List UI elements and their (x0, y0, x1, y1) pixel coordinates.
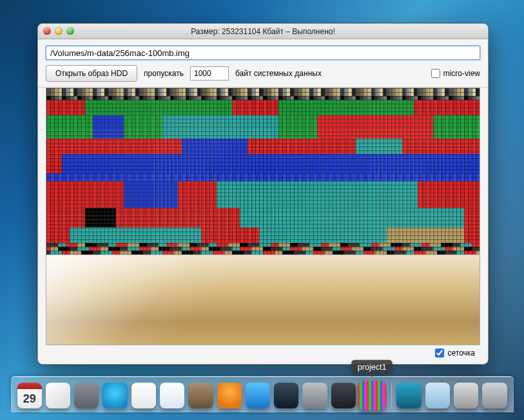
dock-item-trash[interactable] (482, 383, 507, 408)
dock-item-pictures-stack[interactable] (396, 383, 421, 408)
open-image-button[interactable]: Открыть образ HDD (46, 65, 137, 82)
traffic-lights (43, 27, 74, 35)
zoom-icon[interactable] (66, 27, 74, 35)
skip-bytes-input[interactable] (190, 66, 229, 81)
dock-item-utility[interactable] (274, 383, 298, 408)
app-window: Размер: 253231104 Кбайт – Выполнено! Отк… (37, 23, 489, 365)
dock[interactable]: 29project1 (11, 376, 514, 412)
dock-item-project1[interactable]: project1 (358, 381, 386, 410)
grid-label: сеточка (448, 348, 476, 358)
disk-visualization (46, 88, 480, 255)
dock-item-calendar[interactable]: 29 (17, 383, 42, 408)
dock-item-document[interactable] (160, 383, 184, 408)
dock-item-system-preferences[interactable] (302, 383, 327, 408)
dock-item-gimp[interactable] (188, 383, 213, 408)
dock-item-finder-stack[interactable] (454, 383, 478, 408)
dock-separator (390, 382, 391, 406)
empty-region-backdrop (46, 255, 480, 345)
dock-item-dashboard[interactable] (331, 383, 356, 408)
dock-item-downloads-folder[interactable] (425, 383, 450, 408)
close-icon[interactable] (43, 27, 51, 35)
block-map-canvas[interactable] (46, 88, 480, 255)
dock-item-blueapp[interactable] (246, 383, 270, 408)
toolbar: Открыть образ HDD пропускать байт систем… (38, 39, 488, 88)
minimize-icon[interactable] (55, 27, 63, 35)
dock-item-libreoffice[interactable] (131, 383, 156, 408)
microview-checkbox[interactable]: micro-view (431, 69, 480, 78)
dock-item-calculator[interactable] (74, 383, 99, 408)
dock-item-textedit[interactable] (46, 383, 70, 408)
desktop: Размер: 253231104 Кбайт – Выполнено! Отк… (5, 5, 519, 415)
microview-input[interactable] (431, 69, 440, 78)
microview-label: micro-view (443, 69, 480, 78)
skip-label: пропускать (144, 69, 184, 78)
skip-suffix: байт системных данных (235, 69, 322, 78)
titlebar[interactable]: Размер: 253231104 Кбайт – Выполнено! (38, 24, 488, 39)
dock-tooltip: project1 (351, 360, 392, 374)
image-path-input[interactable] (46, 46, 480, 60)
grid-input[interactable] (435, 348, 444, 358)
window-title: Размер: 253231104 Кбайт – Выполнено! (191, 27, 335, 36)
grid-checkbox[interactable]: сеточка (435, 348, 476, 358)
dock-item-vlc[interactable] (217, 383, 242, 408)
dock-item-itunes[interactable] (102, 383, 127, 408)
toolbar-row: Открыть образ HDD пропускать байт систем… (46, 65, 480, 82)
